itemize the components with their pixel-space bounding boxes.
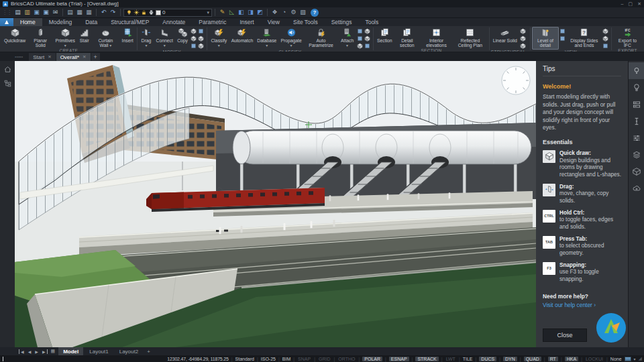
new-document-tab-button[interactable]: +	[91, 53, 100, 61]
ribbon-button-classify[interactable]: Classify ▾	[209, 27, 229, 50]
command-line-caret[interactable]	[3, 357, 3, 361]
settings-icon[interactable]: ⚙	[289, 8, 298, 17]
current-text-style[interactable]: Standard	[235, 357, 254, 361]
ribbon-tab-annotate[interactable]: Annotate	[156, 18, 192, 26]
toggle-lockui[interactable]: LOCKUI	[585, 357, 604, 361]
ribbon-tab-modeling[interactable]: Modeling	[42, 18, 79, 26]
quick-measure-icon[interactable]: ◺	[227, 8, 236, 17]
home-icon[interactable]	[3, 65, 12, 74]
mini-tool-icon[interactable]	[559, 28, 566, 34]
ribbon-tab-insert[interactable]: Insert	[233, 18, 260, 26]
ribbon-button-section[interactable]: Section	[375, 27, 394, 48]
ribbon-button-reflected-ceiling-plan[interactable]: Reflected Ceiling Plan	[453, 27, 488, 48]
mini-tool-icon[interactable]	[357, 43, 363, 49]
resize-grip[interactable]: ◢	[639, 356, 641, 361]
ribbon-button-quickdraw[interactable]: Quickdraw	[2, 27, 28, 48]
ribbon-button-propagate[interactable]: Propagate ▾	[278, 27, 303, 50]
ribbon-button-level-of-detail[interactable]: Level of detail	[532, 27, 559, 50]
mini-tool-icon[interactable]	[520, 28, 526, 34]
ribbon-button-linear-solid[interactable]: Linear Solid	[491, 27, 519, 50]
layout-tab-layout2[interactable]: Layout2	[115, 347, 143, 355]
close-tab-icon[interactable]: ✕	[83, 54, 86, 60]
ribbon-button-stair[interactable]: Stair	[77, 27, 91, 48]
mini-tool-icon[interactable]	[602, 28, 608, 34]
mini-tool-icon[interactable]	[559, 36, 566, 42]
assistant-balloon-icon[interactable]	[629, 79, 644, 96]
ribbon-button-planar-solid[interactable]: Planar Solid	[28, 27, 53, 48]
document-tab-start[interactable]: Start✕	[29, 53, 55, 61]
layer-freeze-icon[interactable]	[133, 9, 140, 15]
redo-icon[interactable]: ↷	[109, 8, 117, 17]
undo-icon[interactable]: ↶	[99, 8, 108, 17]
mini-tool-icon[interactable]	[520, 36, 526, 42]
mini-tool-icon[interactable]	[602, 43, 608, 49]
save-as-icon[interactable]: ▣	[42, 8, 50, 17]
new-layout-button[interactable]: +	[144, 349, 153, 355]
toggle-grid[interactable]: GRID	[318, 357, 331, 361]
ribbon-button-display-sides-and-ends[interactable]: Display Sides and Ends	[567, 27, 602, 50]
ribbon-tab-parametric[interactable]: Parametric	[192, 18, 233, 26]
mini-tool-icon[interactable]	[364, 36, 370, 42]
toggle-ortho[interactable]: ORTHO	[337, 357, 356, 361]
ribbon-button-auto-parametrize[interactable]: Auto Parametrize	[304, 27, 338, 50]
mini-tool-icon[interactable]	[198, 28, 204, 34]
mini-tool-icon[interactable]	[198, 43, 204, 49]
annotation-scale-icon[interactable]	[625, 357, 631, 361]
new-file-icon[interactable]: ▤	[13, 8, 22, 17]
next-layout-button[interactable]: ▶	[34, 349, 40, 354]
mini-tool-icon[interactable]	[191, 36, 197, 42]
toggle-snap[interactable]: SNAP	[297, 357, 311, 361]
drawing-explorer-icon[interactable]: ❖	[270, 8, 279, 17]
plot-preview-icon[interactable]: ▤	[66, 8, 74, 17]
view-config-2-icon[interactable]: ◨	[246, 8, 255, 17]
ribbon-tab-structural-mep[interactable]: Structural/MEP	[104, 18, 156, 26]
toolbar-grip[interactable]: ⋮⋮	[2, 9, 11, 15]
layer-on-icon[interactable]	[126, 9, 132, 15]
structure-browser-icon[interactable]	[3, 79, 12, 88]
ribbon-button-attach[interactable]: Attach ▾	[338, 27, 356, 50]
match-properties-icon[interactable]: ✎	[218, 8, 227, 17]
minimize-button[interactable]: –	[621, 1, 624, 7]
last-layout-button[interactable]: ▶	[41, 349, 48, 354]
close-button[interactable]: ✕	[637, 1, 641, 7]
cloud-upload-icon[interactable]	[629, 180, 644, 196]
toggle-polar[interactable]: POLAR	[362, 357, 382, 361]
layer-combobox[interactable]: 0▾	[123, 9, 212, 17]
ribbon-button-primitives[interactable]: Primitives ▾	[53, 27, 77, 48]
view-config-1-icon[interactable]: ◧	[237, 8, 246, 17]
ribbon-button-export-to-ifc[interactable]: Export to IFC	[613, 27, 642, 48]
toggle-lwt[interactable]: LWT	[445, 357, 456, 361]
layers-icon[interactable]	[629, 146, 644, 163]
ribbon-button-database[interactable]: Database ▾	[255, 27, 278, 50]
layer-color-swatch[interactable]	[156, 10, 161, 15]
properties-ibeam-icon[interactable]	[629, 113, 644, 129]
dimension-style[interactable]: ISO-25	[261, 357, 276, 361]
etransmit-icon[interactable]: ✉	[51, 8, 60, 17]
mini-tool-icon[interactable]	[198, 36, 204, 42]
mini-tool-icon[interactable]	[191, 43, 197, 49]
toggle-rt[interactable]: RT	[548, 357, 558, 361]
layer-plot-icon[interactable]	[148, 9, 154, 15]
ribbon-button-connect[interactable]: Connect ▾	[154, 27, 175, 50]
toggle-ducs[interactable]: DUCS	[479, 357, 496, 361]
toggle-strack[interactable]: STRACK	[415, 357, 438, 361]
ribbon-tab-tools[interactable]: Tools	[358, 18, 385, 26]
mini-tool-icon[interactable]	[602, 36, 608, 42]
visual-styles-icon[interactable]: ◔	[280, 8, 288, 17]
workspace-field[interactable]: BIM	[282, 357, 290, 361]
annotation-scale[interactable]: None	[610, 357, 622, 361]
maximize-button[interactable]: ▢	[629, 1, 633, 7]
ribbon-button-detail-section[interactable]: Detail section	[394, 27, 420, 48]
toggle-dyn[interactable]: DYN	[503, 357, 517, 361]
chevron-down-icon[interactable]: ▾	[634, 357, 636, 361]
bricscad-assistant-logo[interactable]	[596, 312, 627, 343]
ribbon-button-drag[interactable]: Drag ▾	[139, 27, 154, 50]
settings-sliders-icon[interactable]	[629, 129, 644, 146]
plot-icon[interactable]: ▦	[75, 8, 84, 17]
help-icon[interactable]: ?	[311, 9, 319, 17]
ribbon-button-curtain-wall[interactable]: Curtain Wall ▾	[91, 27, 119, 48]
open-file-icon[interactable]: ▥	[23, 8, 32, 17]
toggle-hka[interactable]: HKA	[565, 357, 578, 361]
structure-cube-icon[interactable]	[629, 163, 644, 180]
first-layout-button[interactable]: ◀	[19, 349, 25, 354]
